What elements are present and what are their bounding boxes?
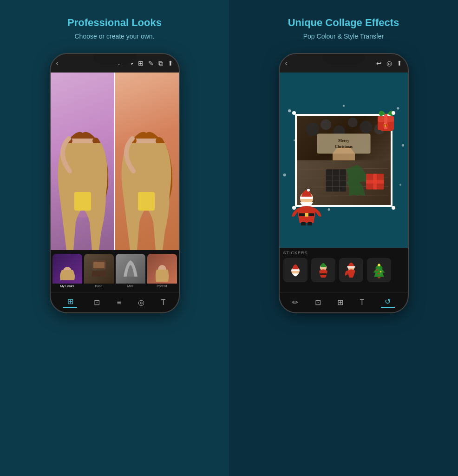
toolbar-btn-collage[interactable]: ⊡: [315, 298, 321, 307]
santa-sticker-svg: [288, 188, 325, 225]
girl-svg-left: [51, 101, 115, 250]
phone-notch-right: [323, 54, 365, 64]
left-subtitle: Choose or create your own.: [75, 33, 155, 40]
look-label-midi: Midi: [116, 284, 145, 289]
svg-point-22: [306, 122, 319, 136]
collage-icon: ⊡: [315, 298, 321, 307]
svg-rect-61: [347, 266, 355, 268]
sticker-1-svg: [287, 262, 304, 278]
svg-rect-55: [308, 222, 312, 225]
toolbar-btn-adjust[interactable]: ≡: [117, 298, 121, 307]
look-portrait[interactable]: Portrait: [147, 254, 177, 289]
back-button-right[interactable]: ‹: [285, 59, 288, 67]
draw-icon: ✏: [292, 298, 298, 307]
toolbar-btn-effects[interactable]: ◎: [138, 298, 144, 307]
svg-rect-8: [93, 262, 105, 268]
gift-sticker-svg: 🎁: [374, 107, 399, 132]
left-bottom-toolbar: ⊞ ⊡ ≡ ◎ T: [51, 292, 179, 312]
sticker-santa-hat[interactable]: [283, 258, 308, 282]
share-icon-right[interactable]: ⬆: [397, 60, 402, 67]
toolbar-btn-text-right[interactable]: T: [360, 298, 365, 307]
svg-point-67: [378, 264, 380, 266]
active-indicator: [63, 307, 77, 308]
svg-point-23: [321, 119, 331, 130]
svg-point-25: [347, 117, 357, 127]
sticker-4-svg: [371, 262, 387, 278]
svg-rect-54: [301, 222, 306, 225]
collage-area: Merry Christmas: [280, 73, 408, 248]
svg-rect-63: [378, 277, 380, 278]
left-phone-frame: ‹ ↩ ↪ ⊞ ✎ ⧉ ⬆: [50, 53, 180, 313]
santa-sticker: [288, 188, 325, 225]
right-title: Unique Collage Effects: [288, 17, 399, 29]
right-phone-frame: ‹ ↩ ◎ ⬆: [279, 53, 409, 313]
adjust-icon: ≡: [117, 298, 121, 307]
looks-icon: ⊞: [67, 297, 73, 306]
text-icon: T: [161, 298, 166, 307]
svg-rect-2: [74, 192, 91, 211]
sticker-3-svg: [343, 262, 360, 278]
toolbar-btn-text[interactable]: T: [161, 298, 166, 307]
active-indicator-right: [381, 307, 395, 308]
toolbar-btn-crop[interactable]: ⊡: [94, 298, 100, 307]
edit-icon[interactable]: ✎: [148, 60, 154, 67]
svg-rect-57: [291, 269, 300, 271]
effects-icon: ◎: [138, 298, 144, 307]
svg-rect-9: [92, 271, 106, 277]
svg-rect-53: [305, 213, 308, 217]
stickers-label: STICKERS: [283, 251, 404, 255]
photo-left-half: [51, 73, 115, 250]
share-icon[interactable]: ⬆: [168, 60, 173, 67]
svg-point-64: [376, 269, 378, 271]
svg-text:🎁: 🎁: [383, 123, 388, 127]
svg-point-17: [401, 144, 404, 146]
left-panel: Professional Looks Choose or create your…: [0, 0, 229, 476]
split-line: [114, 73, 115, 250]
svg-rect-59: [320, 273, 326, 275]
looks-strip: My Looks Base: [51, 250, 179, 292]
crop-icon: ⊡: [94, 298, 100, 307]
text-icon-right: T: [360, 298, 365, 307]
look-base[interactable]: Base: [84, 254, 114, 289]
svg-rect-47: [381, 129, 393, 131]
toolbar-btn-frames[interactable]: ⊞: [337, 298, 343, 307]
svg-point-26: [360, 120, 372, 133]
look-my-looks[interactable]: My Looks: [52, 254, 82, 289]
back-button-left[interactable]: ‹: [56, 59, 59, 67]
svg-text:Merry: Merry: [338, 138, 350, 142]
svg-point-19: [399, 184, 401, 185]
undo-icon-right[interactable]: ↩: [376, 60, 382, 67]
topbar-icons-right: ↩ ◎ ⬆: [376, 60, 402, 67]
stickers-row: [283, 258, 404, 282]
toolbar-btn-looks[interactable]: ⊞: [63, 297, 77, 308]
gift-sticker: 🎁: [374, 107, 399, 132]
svg-rect-50: [300, 197, 313, 199]
toolbar-btn-draw[interactable]: ✏: [292, 298, 298, 307]
left-phone-screen: ‹ ↩ ↪ ⊞ ✎ ⧉ ⬆: [51, 54, 179, 312]
right-bottom-toolbar: ✏ ⊡ ⊞ T ↺: [280, 292, 408, 312]
look-label-base: Base: [84, 284, 114, 289]
sticker-santa-2[interactable]: [339, 258, 363, 282]
photo-area-left: [51, 73, 179, 250]
photo-right-half: [115, 73, 179, 250]
right-phone-screen: ‹ ↩ ◎ ⬆: [280, 54, 408, 312]
svg-point-51: [307, 189, 310, 192]
sticker-icon: ↺: [385, 297, 391, 306]
sticker-tree[interactable]: [367, 258, 391, 282]
svg-rect-37: [366, 180, 384, 184]
capture-icon[interactable]: ◎: [386, 60, 392, 67]
look-midi[interactable]: Midi: [116, 254, 145, 289]
grid-icon[interactable]: ⊞: [138, 60, 144, 67]
compare-icon[interactable]: ⧉: [158, 60, 163, 67]
photo-split: [51, 73, 179, 250]
midi-thumb: [121, 258, 140, 279]
svg-rect-38: [326, 169, 346, 192]
sticker-elf[interactable]: [311, 258, 335, 282]
look-label-portrait: Portrait: [147, 284, 177, 289]
toolbar-btn-stickers[interactable]: ↺: [381, 297, 395, 308]
my-looks-thumb: [58, 265, 77, 282]
svg-line-31: [299, 168, 388, 169]
svg-rect-5: [138, 192, 155, 211]
phone-notch-left: [94, 54, 136, 64]
portrait-thumb: [153, 264, 171, 283]
